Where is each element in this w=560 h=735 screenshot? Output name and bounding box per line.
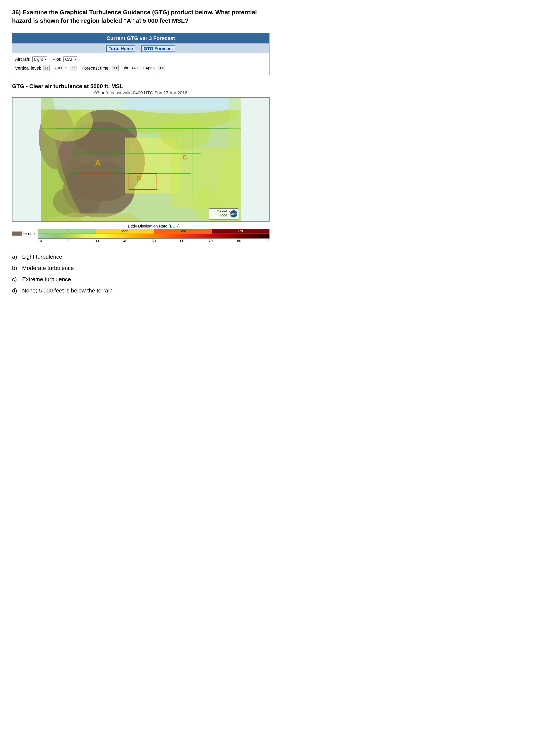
vertical-down-button[interactable]: ↓↓: [43, 65, 50, 71]
color-bar-container: Lt Mod Sev Ext 10 20 30 40 50 60 70 80 9…: [38, 229, 270, 243]
answer-a: a) Light turbulence: [12, 251, 270, 263]
cb-num-10: 10: [38, 239, 42, 243]
aircraft-label: Aircraft:: [15, 55, 30, 63]
cb-num-20: 20: [66, 239, 70, 243]
gtg-controls: Aircraft: Light Plot: CAT Vertical level…: [12, 53, 269, 75]
cb-num-60: 60: [180, 239, 184, 243]
map-svg: A B C Created by ADDS NOAA: [12, 98, 269, 221]
answer-a-text: Light turbulence: [22, 251, 62, 263]
forecast-label: Forecast time:: [82, 64, 110, 72]
vertical-up-button[interactable]: ↑↑: [70, 65, 76, 71]
map-label-a: A: [95, 158, 101, 167]
answer-c: c) Extreme turbulence: [12, 274, 270, 285]
gtg-header: Current GTG ver 3 Forecast: [12, 33, 269, 43]
answer-d-letter: d): [12, 285, 20, 296]
svg-text:NOAA: NOAA: [230, 213, 237, 215]
plot-select[interactable]: CAT: [63, 56, 77, 62]
color-bar: [38, 234, 270, 239]
section-sev: Sev: [154, 229, 211, 234]
terrain-box: [12, 232, 22, 236]
question-text: 36) Examine the Graphical Turbulence Gui…: [12, 8, 270, 25]
legend-container: terrain Eddy Dissipation Rate (EDR) Lt M…: [12, 224, 270, 243]
answer-b-letter: b): [12, 263, 20, 274]
terrain-label: terrain: [23, 231, 35, 236]
svg-text:Created by: Created by: [217, 210, 231, 213]
svg-text:ADDS: ADDS: [220, 214, 228, 217]
section-lt: Lt: [38, 229, 96, 234]
gtg-nav: Turb. Home GTG Forecast: [12, 43, 269, 53]
map-container: A B C Created by ADDS NOAA: [12, 97, 270, 222]
forecast-select[interactable]: 3hr - 04Z 17 Apr: [121, 65, 156, 71]
answer-c-text: Extreme turbulence: [22, 274, 71, 285]
legend-edr: Eddy Dissipation Rate (EDR) Lt Mod Sev E…: [38, 224, 270, 243]
aircraft-select[interactable]: Light: [32, 56, 47, 62]
map-label-c: C: [182, 154, 187, 161]
answer-d: d) None; 5 000 feet is below the terrain: [12, 285, 270, 296]
map-section: GTG - Clear air turbulence at 5000 ft. M…: [12, 83, 270, 243]
gtg-forecast-link[interactable]: GTG Forecast: [141, 45, 175, 52]
gtg-widget: Current GTG ver 3 Forecast Turb. Home GT…: [12, 33, 270, 75]
map-label-b: B: [137, 175, 141, 182]
answer-c-letter: c): [12, 274, 20, 285]
edr-label: Eddy Dissipation Rate (EDR): [38, 224, 270, 229]
cb-num-70: 70: [209, 239, 213, 243]
legend-terrain: terrain: [12, 231, 35, 236]
answers: a) Light turbulence b) Moderate turbulen…: [12, 251, 270, 296]
color-bar-sections: Lt Mod Sev Ext: [38, 229, 270, 234]
section-ext: Ext: [212, 229, 269, 234]
cb-num-50: 50: [152, 239, 156, 243]
answer-a-letter: a): [12, 251, 20, 263]
cb-num-30: 30: [95, 239, 99, 243]
cb-num-90: 90: [266, 239, 270, 243]
forecast-next-button[interactable]: >>: [158, 65, 165, 71]
map-title: GTG - Clear air turbulence at 5000 ft. M…: [12, 83, 270, 90]
vertical-label: Vertical level:: [15, 64, 41, 72]
vertical-select[interactable]: 5,000: [52, 65, 68, 71]
answer-d-text: None; 5 000 feet is below the terrain: [22, 285, 113, 296]
answer-b: b) Moderate turbulence: [12, 263, 270, 274]
answer-b-text: Moderate turbulence: [22, 263, 74, 274]
cb-num-40: 40: [123, 239, 127, 243]
forecast-prev-button[interactable]: <<: [112, 65, 119, 71]
section-mod: Mod: [96, 229, 154, 234]
plot-label: Plot:: [53, 55, 61, 63]
svg-point-12: [159, 118, 211, 150]
map-subtitle: 03 hr forecast valid 0400 UTC Sun 17 Apr…: [12, 90, 270, 96]
turb-home-link[interactable]: Turb. Home: [106, 45, 135, 52]
color-bar-labels: 10 20 30 40 50 60 70 80 90: [38, 239, 270, 243]
cb-num-80: 80: [237, 239, 241, 243]
